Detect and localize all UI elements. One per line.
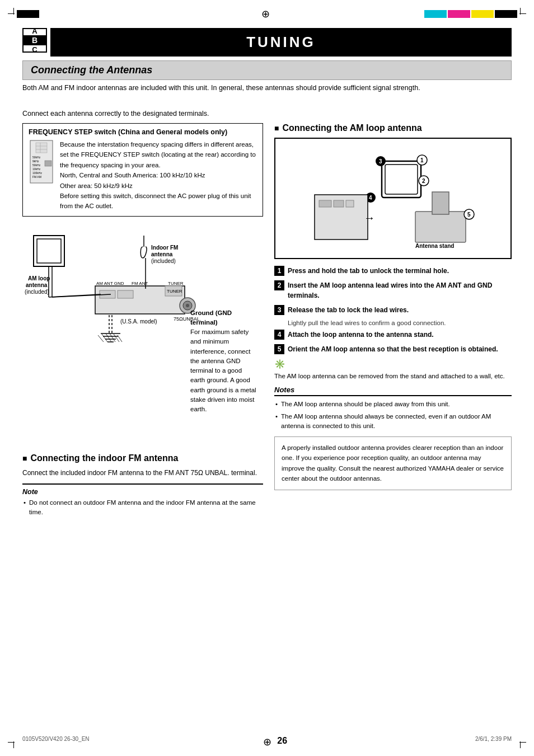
frequency-step-box: FREQUENCY STEP switch (China and General… [22, 123, 263, 217]
compass-mark-top [261, 8, 273, 19]
step-2-num: 2 [274, 280, 284, 290]
crop-mark-br-v [520, 741, 521, 748]
svg-rect-53 [382, 161, 421, 198]
right-column: Connecting the AM loop antenna 3 1 2 4 [274, 123, 512, 490]
fm-section: Connecting the indoor FM antenna Connect… [22, 453, 263, 520]
intro-paragraph-1: Both AM and FM indoor antennas are inclu… [22, 83, 512, 93]
fm-section-title-text: Connecting the indoor FM antenna [30, 453, 178, 463]
svg-text:antenna: antenna [151, 251, 173, 257]
svg-text:5: 5 [467, 212, 471, 218]
svg-text:Indoor FM: Indoor FM [151, 245, 178, 251]
svg-line-50 [118, 335, 122, 342]
page-title-bar: TUNING [50, 28, 512, 57]
svg-text:(U.S.A. model): (U.S.A. model) [120, 318, 157, 325]
tip-icon: ✳️ [274, 359, 512, 369]
svg-rect-11 [45, 161, 51, 166]
ground-body: For maximum safety and minimum interfere… [190, 328, 256, 412]
svg-rect-65 [334, 200, 344, 207]
antenna-connection-diagram: AM loop antenna (included) AM ANT GND FM… [22, 224, 263, 355]
info-box: A properly installed outdoor antenna pro… [274, 436, 512, 490]
am-section-title: Connecting the AM loop antenna [274, 123, 512, 133]
freq-switch-svg: 50kHz 9kHz 50kHz 10kHz 100kHz FM AM [29, 139, 54, 184]
step-4-text: Attach the loop antenna to the antenna s… [288, 330, 434, 340]
connect-text: Connect each antenna correctly to the de… [22, 110, 512, 118]
icon-letter-c: C [32, 45, 37, 54]
freq-box-title: FREQUENCY STEP switch (China and General… [29, 128, 257, 136]
fm-section-title: Connecting the indoor FM antenna [22, 453, 263, 463]
color-bar-yellow [471, 10, 494, 18]
fm-intro: Connect the included indoor FM antenna t… [22, 468, 263, 478]
step-1-text: Press and hold the tab to unlock the ter… [288, 266, 449, 276]
color-bar-black-left [17, 10, 39, 18]
svg-text:TUNER: TUNER [168, 281, 184, 286]
notes-box: Notes The AM loop antenna should be plac… [274, 386, 512, 431]
ground-title: Ground (GND terminal) [190, 309, 232, 326]
step-1-num: 1 [274, 266, 284, 276]
step-2: 2 Insert the AM loop antenna lead wires … [274, 280, 512, 300]
svg-text:AM ANT  GND: AM ANT GND [96, 281, 124, 286]
svg-text:50kHz: 50kHz [32, 156, 41, 159]
color-bar-cyan [424, 10, 447, 18]
am-section-title-text: Connecting the AM loop antenna [282, 123, 421, 133]
step-5: 5 Orient the AM loop antenna so that the… [274, 344, 512, 354]
svg-rect-66 [346, 200, 354, 207]
chapter-icon: A B C [22, 28, 47, 53]
svg-text:10kHz: 10kHz [32, 167, 41, 171]
step-1: 1 Press and hold the tab to unlock the t… [274, 266, 512, 276]
svg-text:9kHz: 9kHz [32, 159, 39, 163]
color-bar-black-right [495, 10, 517, 18]
svg-rect-1 [36, 143, 47, 153]
step-2-text: Insert the AM loop antenna lead wires in… [288, 280, 512, 300]
svg-text:2: 2 [422, 178, 425, 184]
page-title: TUNING [62, 34, 500, 51]
compass-mark-bottom [263, 736, 271, 748]
note-item-2: The AM loop antenna should always be con… [274, 412, 512, 431]
tip-section: ✳️ The AM loop antenna can be removed fr… [274, 359, 512, 381]
steps-container: 1 Press and hold the tab to unlock the t… [274, 266, 512, 354]
page-number: 26 [277, 736, 287, 746]
step-5-num: 5 [274, 344, 284, 354]
am-loop-diagram-svg: 3 1 2 4 → 5 Antenna stand [281, 144, 494, 251]
svg-rect-12 [34, 236, 64, 266]
footer-left: 0105V520/V420 26-30_EN [22, 736, 90, 746]
notes-title: Notes [274, 386, 512, 396]
svg-rect-52 [432, 192, 449, 214]
step-3-text: Release the tab to lock the lead wires. [288, 305, 409, 315]
svg-rect-51 [415, 212, 466, 242]
svg-rect-54 [385, 165, 418, 194]
svg-rect-21 [118, 290, 133, 298]
svg-text:100kHz: 100kHz [32, 171, 42, 175]
tip-text: The AM loop antenna can be removed from … [274, 372, 512, 381]
icon-letter-a: A [32, 27, 37, 35]
svg-text:1: 1 [420, 157, 424, 163]
svg-text:4: 4 [369, 195, 372, 201]
svg-text:50kHz: 50kHz [32, 163, 41, 167]
svg-text:(included): (included) [151, 258, 176, 264]
freq-box-content: 50kHz 9kHz 50kHz 10kHz 100kHz FM AM Beca… [29, 139, 257, 212]
crop-mark-bl-v [13, 741, 14, 748]
svg-text:AM loop: AM loop [28, 275, 50, 281]
freq-box-text: Because the interstation frequency spaci… [60, 139, 257, 212]
svg-text:→: → [364, 212, 375, 224]
freq-switch-diagram: 50kHz 9kHz 50kHz 10kHz 100kHz FM AM [29, 139, 54, 212]
color-bar-magenta [448, 10, 470, 18]
fm-note-title: Note [22, 488, 263, 496]
svg-line-45 [98, 335, 104, 342]
svg-text:(included): (included) [25, 289, 49, 295]
step-5-text: Orient the AM loop antenna so that the b… [288, 344, 498, 354]
ground-label: Ground (GND terminal) For maximum safety… [190, 308, 257, 415]
svg-text:TUNER: TUNER [167, 289, 182, 294]
step-3-group: 3 Release the tab to lock the lead wires… [274, 305, 512, 326]
svg-text:3: 3 [379, 158, 382, 165]
step-3-num: 3 [274, 305, 284, 315]
svg-text:antenna: antenna [26, 282, 48, 288]
icon-letter-b: B [24, 35, 46, 46]
svg-rect-13 [37, 239, 61, 263]
left-column: FREQUENCY STEP switch (China and General… [22, 123, 263, 355]
fm-note-text: Do not connect an outdoor FM antenna and… [22, 498, 263, 518]
am-diagram-box: 3 1 2 4 → 5 Antenna stand [274, 138, 512, 259]
intro-text: Both AM and FM indoor antennas are inclu… [22, 83, 512, 93]
step-4: 4 Attach the loop antenna to the antenna… [274, 330, 512, 340]
svg-text:FM AM: FM AM [32, 175, 41, 179]
svg-point-29 [186, 304, 189, 307]
